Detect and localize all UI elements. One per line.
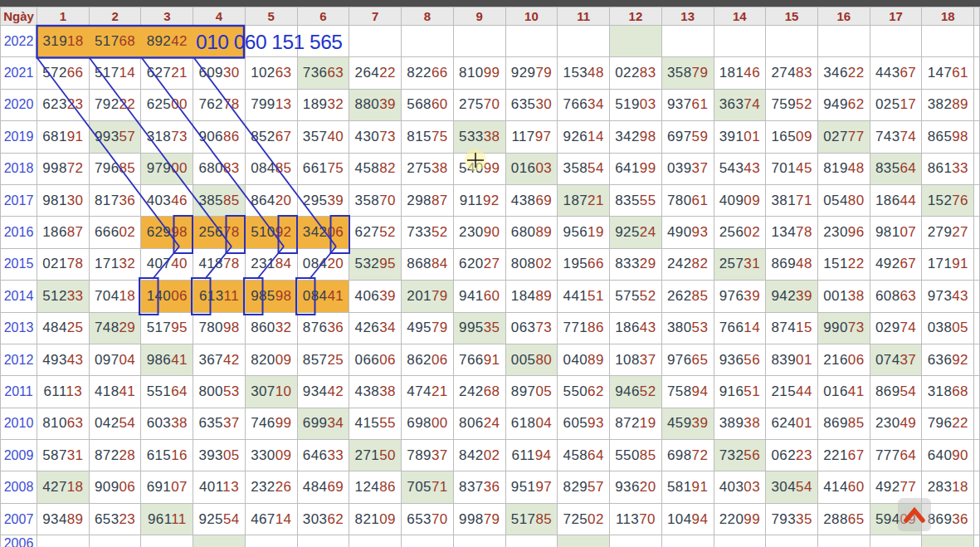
number-cell: 55085 (610, 440, 662, 471)
number-cell (89, 535, 141, 547)
digits-main: 792 (95, 96, 119, 112)
number-cell: 40303 (714, 471, 766, 503)
digits-tail: 98 (640, 129, 656, 144)
number-cell: 34298 (610, 121, 662, 153)
digits-tail: 21 (171, 65, 188, 81)
digits-main: 532 (355, 256, 380, 271)
digits-tail: 73 (848, 320, 865, 335)
digits-main: 171 (95, 256, 119, 271)
digits-tail: 41 (171, 352, 188, 368)
digits-tail: 11 (224, 288, 239, 304)
number-cell: 81063 (37, 408, 89, 439)
digits-tail: 55 (640, 193, 656, 208)
clipped-cell (974, 344, 980, 375)
digits-tail: 82 (379, 160, 396, 176)
digits-tail: 60 (484, 288, 500, 304)
digits-tail: 73 (535, 320, 552, 335)
digits-tail: 06 (171, 288, 188, 304)
number-cell: 87228 (89, 440, 141, 471)
number-cell (453, 535, 505, 547)
number-cell: 64199 (610, 153, 662, 184)
number-cell: 69872 (661, 440, 714, 471)
digits-tail: 85 (535, 511, 552, 527)
digits-tail: 92 (952, 352, 968, 368)
digits-tail: 02 (484, 447, 500, 463)
digits-tail: 07 (900, 224, 917, 240)
digits-tail: 67 (848, 447, 865, 463)
number-cell: 44151 (558, 281, 610, 312)
digits-main: 230 (875, 415, 900, 431)
number-cell (558, 535, 610, 547)
number-cell: 82009 (245, 344, 297, 375)
number-cell (661, 535, 714, 547)
top-scrollbar[interactable] (0, 0, 980, 7)
digits-tail: 43 (67, 352, 84, 368)
digits-main: 810 (42, 415, 67, 431)
digits-main: 916 (719, 383, 744, 399)
digits-tail: 90 (484, 224, 500, 240)
digits-main: 608 (875, 288, 900, 304)
digits-tail: 44 (796, 383, 812, 399)
digits-main: 426 (355, 320, 380, 335)
number-cell: 92554 (193, 503, 246, 535)
digits-tail: 89 (952, 96, 968, 112)
year-label: 2010 (1, 408, 37, 439)
number-cell: 25731 (714, 248, 766, 280)
digits-tail: 78 (796, 224, 812, 240)
digits-main: 860 (251, 320, 275, 335)
number-cell: 63537 (193, 408, 246, 439)
number-cell: 79222 (89, 89, 141, 120)
scroll-to-top-button[interactable] (898, 498, 931, 531)
number-cell: 08441 (297, 281, 349, 312)
digits-tail: 91 (67, 129, 84, 144)
digits-main: 189 (303, 96, 328, 112)
number-cell (402, 535, 454, 547)
number-cell: 86985 (817, 408, 870, 439)
digits-main: 021 (42, 256, 67, 271)
digits-tail: 96 (848, 224, 865, 240)
digits-tail: 13 (66, 383, 83, 399)
number-cell: 99357 (89, 121, 141, 153)
number-cell: 38171 (766, 184, 818, 216)
number-cell: 83564 (870, 153, 922, 184)
digits-tail: 69 (535, 193, 552, 208)
digits-main: 810 (459, 65, 484, 81)
number-cell: 75894 (661, 376, 714, 408)
digits-tail: 37 (692, 160, 709, 176)
number-cell: 51903 (610, 89, 662, 120)
digits-main: 381 (771, 193, 796, 208)
number-cell (870, 535, 922, 547)
clipped-cell (974, 312, 980, 344)
year-label: 2012 (1, 344, 37, 375)
number-cell: 86133 (922, 153, 974, 184)
number-cell: 86206 (402, 344, 454, 375)
digits-tail: 10 (275, 383, 292, 399)
digits-main: 358 (355, 193, 380, 208)
digits-tail: 36 (327, 320, 344, 335)
digits-main: 808 (511, 256, 536, 271)
digits-tail: 54 (223, 511, 240, 527)
digits-main: 680 (511, 224, 536, 240)
digits-tail: 38 (431, 160, 448, 176)
number-cell: 62323 (37, 89, 89, 120)
digits-main: 242 (667, 256, 692, 271)
number-cell: 10837 (610, 344, 662, 375)
digits-main: 256 (198, 224, 223, 240)
digits-main: 759 (771, 96, 796, 112)
digits-tail: 42 (171, 33, 188, 49)
digits-main: 611 (511, 447, 534, 463)
digits-main: 611 (43, 383, 66, 399)
number-cell: 28865 (817, 503, 870, 535)
digits-main: 283 (928, 479, 953, 495)
digits-tail: 79 (692, 65, 709, 81)
number-cell: 86884 (402, 248, 454, 280)
number-cell: 26422 (349, 57, 402, 89)
clipped-cell (974, 503, 980, 535)
number-cell: 69759 (661, 121, 714, 153)
digits-tail: 56 (744, 352, 760, 368)
number-cell: 54343 (714, 153, 766, 184)
digits-tail: 74 (900, 320, 917, 335)
number-cell: 56860 (402, 89, 454, 120)
digits-tail: 48 (796, 256, 812, 271)
digits-main: 615 (147, 447, 172, 463)
